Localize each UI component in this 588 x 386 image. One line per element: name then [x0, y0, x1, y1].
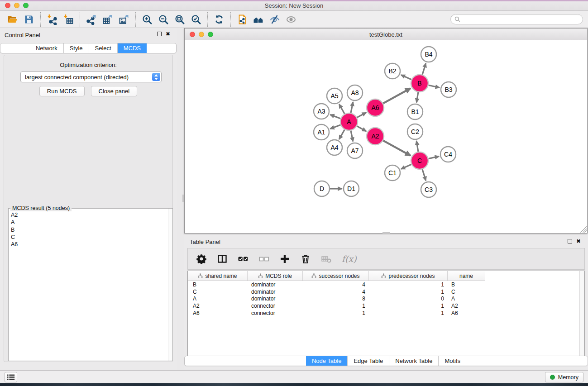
table-options-button[interactable] — [196, 253, 207, 264]
mcds-result-item[interactable]: B — [9, 226, 167, 234]
tab-mcds[interactable]: MCDS — [117, 43, 147, 53]
search-input[interactable] — [463, 16, 579, 23]
task-history-button[interactable] — [5, 372, 17, 382]
mcds-result-item[interactable]: A2 — [9, 211, 167, 219]
tab-network-table[interactable]: Network Table — [389, 356, 438, 366]
column-header-predecessor-nodes[interactable]: predecessor nodes — [369, 271, 448, 281]
deselect-all-button[interactable] — [258, 253, 269, 264]
zoom-out-button[interactable] — [155, 12, 172, 27]
graph-node-A3[interactable]: A3 — [314, 104, 329, 119]
graph-node-C3[interactable]: C3 — [421, 182, 436, 197]
graph-node-A6[interactable]: A6 — [367, 99, 384, 116]
tab-select[interactable]: Select — [89, 43, 117, 53]
table-row[interactable]: Adominator80A — [188, 295, 584, 302]
graph-node-B1[interactable]: B1 — [407, 104, 423, 119]
hide-selected-button[interactable] — [267, 12, 283, 27]
graph-edge-B-B4[interactable] — [422, 63, 426, 75]
memory-button[interactable]: Memory — [545, 372, 583, 382]
result-list-scrollbar[interactable] — [168, 209, 172, 361]
float-table-panel-icon[interactable] — [568, 239, 572, 243]
graph-edge-A-A8[interactable] — [351, 102, 353, 113]
graph-node-A[interactable]: A — [340, 113, 358, 130]
delete-column-button[interactable] — [300, 253, 311, 264]
search-field[interactable] — [450, 14, 583, 24]
add-column-button[interactable] — [279, 253, 290, 264]
graph-edge-B-B1[interactable] — [416, 92, 418, 103]
graph-edge-C-C3[interactable] — [422, 169, 426, 181]
column-header-successor-nodes[interactable]: successor nodes — [303, 271, 369, 281]
graph-node-D1[interactable]: D1 — [344, 181, 359, 196]
refresh-button[interactable] — [211, 12, 227, 27]
graph-node-A2[interactable]: A2 — [367, 128, 384, 145]
graph-edge-B-B3[interactable] — [429, 85, 440, 87]
table-row[interactable]: Bdominator41B — [188, 281, 584, 288]
criterion-select[interactable]: largest connected component (directed) — [20, 71, 162, 82]
save-session-button[interactable] — [21, 12, 37, 27]
graph-edge-A-A1[interactable] — [330, 125, 341, 129]
show-all-button[interactable] — [283, 12, 299, 27]
delete-table-button[interactable] — [321, 253, 332, 264]
zoom-fit-button[interactable] — [172, 12, 188, 27]
graph-edge-A6-B[interactable] — [383, 88, 411, 103]
graph-node-A8[interactable]: A8 — [347, 85, 363, 100]
float-panel-icon[interactable] — [157, 32, 162, 36]
graph-node-B[interactable]: B — [411, 75, 428, 92]
close-panel-icon[interactable]: ✖ — [166, 31, 170, 37]
tab-motifs[interactable]: Motifs — [438, 356, 466, 366]
zoom-selected-button[interactable] — [188, 12, 204, 27]
graph-node-B3[interactable]: B3 — [441, 82, 456, 97]
mcds-result-item[interactable]: A — [9, 219, 167, 226]
graph-node-C[interactable]: C — [411, 152, 428, 169]
graph-node-C4[interactable]: C4 — [440, 147, 456, 162]
network-canvas[interactable]: B4B2BB3A8A5A6A3B1AC2A1A2A4A7C4CC1C3DD1 — [185, 40, 587, 233]
graph-node-D[interactable]: D — [314, 181, 330, 196]
graph-edge-A-A7[interactable] — [351, 131, 353, 142]
open-file-button[interactable] — [5, 12, 21, 27]
graph-node-A7[interactable]: A7 — [347, 143, 363, 158]
close-panel-button[interactable]: Close panel — [91, 86, 138, 96]
graph-edge-A-A5[interactable] — [339, 104, 344, 114]
show-column-button[interactable] — [217, 253, 228, 264]
tab-style[interactable]: Style — [63, 43, 89, 53]
graph-edge-A2-C[interactable] — [383, 141, 411, 156]
graph-edge-C-C1[interactable] — [401, 164, 411, 169]
tab-network[interactable]: Network — [30, 43, 63, 53]
export-network-button[interactable] — [83, 12, 100, 27]
export-image-button[interactable] — [116, 12, 132, 27]
graph-node-C1[interactable]: C1 — [385, 165, 400, 181]
graph-edge-B-B2[interactable] — [401, 75, 411, 80]
graph-edge-C-C2[interactable] — [416, 141, 418, 152]
graph-edge-C-C4[interactable] — [429, 157, 439, 159]
graph-node-A4[interactable]: A4 — [327, 140, 342, 155]
zoom-in-button[interactable] — [139, 12, 155, 27]
graph-edge-A-A6[interactable] — [357, 113, 366, 118]
mcds-result-item[interactable]: C — [9, 234, 167, 241]
splitter-handle-vertical[interactable] — [182, 195, 184, 202]
import-table-button[interactable] — [60, 12, 76, 27]
run-mcds-button[interactable]: Run MCDS — [39, 86, 85, 96]
graph-edge-A-A2[interactable] — [357, 126, 366, 131]
splitter-handle-horizontal[interactable] — [382, 232, 390, 234]
export-table-button[interactable] — [100, 12, 116, 27]
graph-node-A5[interactable]: A5 — [327, 88, 342, 104]
table-row[interactable]: A6connector11A6 — [188, 310, 584, 317]
graph-edge-A-A4[interactable] — [339, 129, 344, 139]
table-scrollbar[interactable] — [579, 271, 584, 356]
table-row[interactable]: Cdominator41C — [188, 288, 584, 295]
graph-node-C2[interactable]: C2 — [407, 124, 423, 139]
column-header-shared-name[interactable]: shared name — [188, 271, 248, 281]
graph-node-A1[interactable]: A1 — [314, 124, 329, 140]
resize-grip[interactable] — [580, 226, 587, 233]
first-neighbors-button[interactable] — [250, 12, 267, 27]
column-header-MCDS-role[interactable]: MCDS role — [248, 271, 303, 281]
mcds-result-item[interactable]: A6 — [9, 241, 167, 248]
network-window-titlebar[interactable]: testGlobe.txt — [185, 29, 587, 40]
graph-edge-A-A3[interactable] — [330, 114, 341, 119]
new-network-from-selection-button[interactable] — [234, 12, 250, 27]
graph-node-B2[interactable]: B2 — [385, 63, 400, 79]
select-all-button[interactable] — [238, 253, 249, 264]
column-header-name[interactable]: name — [448, 271, 485, 281]
close-table-panel-icon[interactable]: ✖ — [576, 238, 581, 244]
tab-edge-table[interactable]: Edge Table — [347, 356, 389, 366]
graph-node-B4[interactable]: B4 — [421, 47, 436, 62]
